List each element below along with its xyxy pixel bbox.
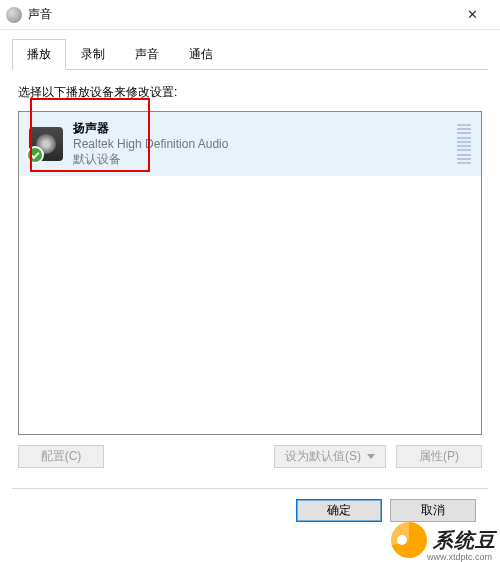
tab-sounds[interactable]: 声音 [120, 39, 174, 70]
watermark-logo-icon [391, 522, 427, 558]
device-list[interactable]: 扬声器 Realtek High Definition Audio 默认设备 [18, 111, 482, 435]
device-button-row: 配置(C) 设为默认值(S) 属性(P) [18, 445, 482, 468]
window-icon [6, 7, 22, 23]
close-icon: ✕ [467, 7, 478, 22]
tab-playback[interactable]: 播放 [12, 39, 66, 70]
dialog-content: 播放 录制 声音 通信 选择以下播放设备来修改设置: 扬声器 Realtek H… [0, 30, 500, 534]
set-default-button: 设为默认值(S) [274, 445, 386, 468]
configure-button: 配置(C) [18, 445, 104, 468]
device-name: 扬声器 [73, 120, 457, 137]
device-description: Realtek High Definition Audio [73, 137, 457, 151]
default-check-icon [26, 146, 44, 164]
window-title: 声音 [28, 6, 450, 23]
instruction-text: 选择以下播放设备来修改设置: [18, 84, 482, 101]
properties-button: 属性(P) [396, 445, 482, 468]
ok-button[interactable]: 确定 [296, 499, 382, 522]
device-item[interactable]: 扬声器 Realtek High Definition Audio 默认设备 [19, 112, 481, 176]
titlebar: 声音 ✕ [0, 0, 500, 30]
tab-communications[interactable]: 通信 [174, 39, 228, 70]
close-button[interactable]: ✕ [450, 0, 494, 30]
tab-recording[interactable]: 录制 [66, 39, 120, 70]
cancel-button[interactable]: 取消 [390, 499, 476, 522]
level-meter [457, 124, 471, 164]
device-status: 默认设备 [73, 151, 457, 168]
tab-panel-playback: 选择以下播放设备来修改设置: 扬声器 Realtek High Definiti… [12, 70, 488, 474]
watermark-brand: 系统豆 [433, 527, 496, 554]
device-icon-wrap [29, 127, 63, 161]
device-text: 扬声器 Realtek High Definition Audio 默认设备 [73, 120, 457, 168]
watermark-url: www.xtdptc.com [427, 552, 492, 562]
tab-strip: 播放 录制 声音 通信 [12, 38, 488, 70]
